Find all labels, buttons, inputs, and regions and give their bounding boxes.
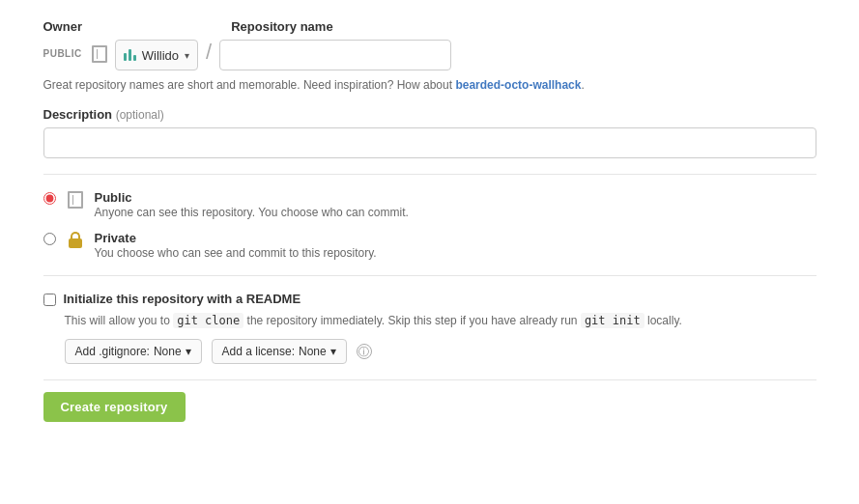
init-checkbox-row: Initialize this repository with a README (43, 292, 816, 306)
description-label: Description (optional) (43, 107, 816, 122)
optional-label: (optional) (116, 108, 164, 122)
private-desc: You choose who can see and commit to thi… (95, 246, 816, 260)
slash-divider: / (206, 40, 212, 69)
owner-repo-row: Owner PUBLIC Willido ▾ / (43, 19, 816, 70)
owner-group: Owner PUBLIC Willido ▾ (43, 19, 199, 70)
init-description: This will allow you to git clone the rep… (65, 312, 816, 329)
gitignore-dropdown[interactable]: Add .gitignore: None ▾ (65, 339, 202, 364)
hint-text-after: . (581, 78, 584, 92)
public-book-icon (66, 190, 85, 210)
page-container: Owner PUBLIC Willido ▾ / (14, 0, 845, 441)
hint-text-before: Great repository names are short and mem… (43, 78, 453, 92)
public-repo-icon (90, 44, 109, 64)
owner-avatar-icon (124, 49, 136, 61)
license-label: Add a license: (222, 345, 295, 358)
repo-hint: Great repository names are short and mem… (43, 78, 816, 92)
public-content: Public Anyone can see this repository. Y… (95, 190, 816, 219)
gitignore-arrow-icon: ▾ (186, 345, 191, 358)
repo-name-group: Repository name (219, 19, 451, 70)
create-repository-button[interactable]: Create repository (43, 392, 186, 422)
init-section: Initialize this repository with a README… (43, 292, 816, 364)
divider-2 (43, 275, 816, 276)
repo-name-input[interactable] (219, 40, 451, 70)
private-content: Private You choose who can see and commi… (95, 231, 816, 260)
private-option-row: Private You choose who can see and commi… (43, 231, 816, 260)
init-code2: git init (581, 313, 644, 328)
init-code1: git clone (173, 313, 243, 328)
license-arrow-icon: ▾ (330, 345, 336, 358)
description-input[interactable] (43, 127, 816, 158)
private-title: Private (95, 231, 816, 245)
owner-label: Owner (43, 19, 199, 34)
owner-dropdown-arrow: ▾ (185, 50, 189, 61)
gitignore-label: Add .gitignore: (75, 345, 150, 358)
public-radio[interactable] (43, 192, 56, 205)
init-desc-after: locally. (647, 314, 682, 327)
gitignore-value: None (154, 345, 182, 358)
public-badge: PUBLIC (43, 48, 82, 59)
divider-1 (43, 174, 816, 175)
dropdowns-row: Add .gitignore: None ▾ Add a license: No… (65, 339, 816, 364)
submit-section: Create repository (43, 379, 816, 422)
hint-link[interactable]: bearded-octo-wallhack (455, 78, 581, 92)
repo-name-label: Repository name (231, 19, 451, 34)
owner-select[interactable]: Willido ▾ (115, 40, 198, 70)
init-label: Initialize this repository with a README (64, 292, 301, 306)
init-checkbox[interactable] (43, 294, 56, 306)
license-dropdown[interactable]: Add a license: None ▾ (212, 339, 347, 364)
owner-name: Willido (142, 48, 179, 63)
description-section: Description (optional) (43, 107, 816, 158)
private-radio[interactable] (43, 233, 56, 245)
public-desc: Anyone can see this repository. You choo… (95, 206, 816, 219)
visibility-section: Public Anyone can see this repository. Y… (43, 190, 816, 260)
init-desc-mid: the repository immediately. Skip this st… (247, 314, 578, 327)
license-value: None (299, 345, 327, 358)
private-lock-icon (66, 231, 85, 250)
public-option-row: Public Anyone can see this repository. Y… (43, 190, 816, 219)
info-icon[interactable]: ⓘ (357, 344, 372, 359)
init-desc-before: This will allow you to (65, 314, 170, 327)
public-title: Public (95, 190, 816, 205)
